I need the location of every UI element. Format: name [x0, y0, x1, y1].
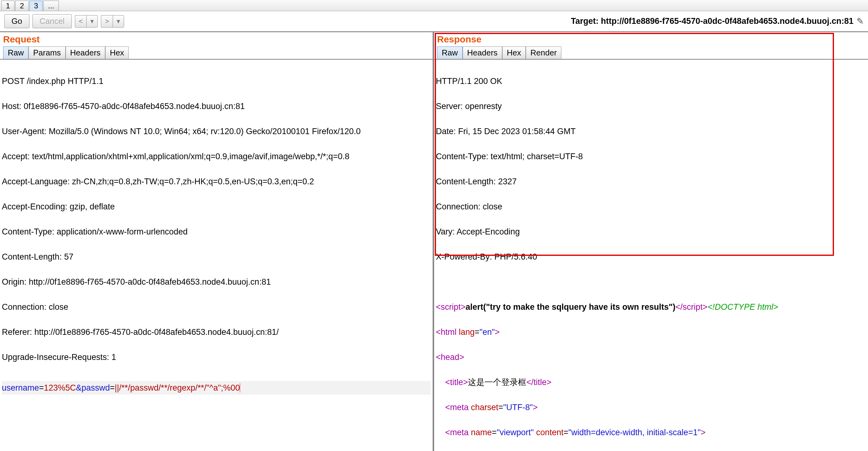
request-tab-hex[interactable]: Hex [105, 47, 129, 59]
request-tab-headers[interactable]: Headers [66, 47, 105, 59]
response-line: Date: Fri, 15 Dec 2023 01:58:44 GMT [436, 125, 866, 138]
response-html-line: <script>alert("try to make the sqlquery … [436, 301, 866, 313]
edit-target-icon[interactable]: ✎ [857, 16, 864, 26]
response-html-line: <meta charset="UTF-8"> [436, 401, 866, 414]
toolbar: Go Cancel < ▾ > ▾ Target: http://0f1e889… [0, 11, 868, 32]
response-line: Content-Type: text/html; charset=UTF-8 [436, 150, 866, 163]
nav-forward-button[interactable]: > [101, 15, 113, 28]
request-line: User-Agent: Mozilla/5.0 (Windows NT 10.0… [2, 125, 431, 138]
response-tab-raw[interactable]: Raw [437, 47, 463, 59]
request-line: Accept: text/html,application/xhtml+xml,… [2, 150, 431, 163]
request-line: Origin: http://0f1e8896-f765-4570-a0dc-0… [2, 276, 431, 288]
nav-back-dropdown[interactable]: ▾ [86, 15, 98, 28]
go-button[interactable]: Go [4, 14, 29, 28]
request-line: Content-Type: application/x-www-form-url… [2, 225, 431, 238]
request-line: Connection: close [2, 301, 431, 313]
response-pane: Response Raw Headers Hex Render HTTP/1.1… [434, 32, 868, 451]
request-editor[interactable]: POST /index.php HTTP/1.1 Host: 0f1e8896-… [0, 60, 433, 422]
history-tab-2[interactable]: 2 [15, 1, 28, 11]
request-pane: Request Raw Params Headers Hex POST /ind… [0, 32, 434, 451]
request-line: Accept-Encoding: gzip, deflate [2, 200, 431, 213]
request-line: Upgrade-Insecure-Requests: 1 [2, 351, 431, 364]
main-split: Request Raw Params Headers Hex POST /ind… [0, 32, 868, 451]
response-html-line: <html lang="en"> [436, 326, 866, 339]
response-html-line: <head> [436, 351, 866, 364]
request-tab-raw[interactable]: Raw [3, 47, 28, 59]
response-line: HTTP/1.1 200 OK [436, 75, 866, 88]
nav-forward-group: > ▾ [101, 15, 124, 28]
response-html-line: <meta name="viewport" content="width=dev… [436, 426, 866, 439]
nav-back-group: < ▾ [75, 15, 98, 28]
history-tab-3[interactable]: 3 [29, 1, 43, 11]
response-tab-hex[interactable]: Hex [502, 47, 526, 59]
request-body-line: username=123%5C&passwd=||/**/passwd/**/r… [2, 381, 431, 395]
response-html-line: <title>这是一个登录框</title> [436, 376, 866, 389]
request-line: Host: 0f1e8896-f765-4570-a0dc-0f48afeb46… [2, 100, 431, 113]
request-line: Referer: http://0f1e8896-f765-4570-a0dc-… [2, 326, 431, 339]
response-line: Vary: Accept-Encoding [436, 225, 866, 238]
response-title: Response [434, 32, 868, 47]
target-label: Target: http://0f1e8896-f765-4570-a0dc-0… [571, 17, 854, 26]
request-line: Accept-Language: zh-CN,zh;q=0.8,zh-TW;q=… [2, 175, 431, 188]
request-title: Request [0, 32, 433, 47]
response-line: Content-Length: 2327 [436, 175, 866, 188]
response-tab-headers[interactable]: Headers [463, 47, 502, 59]
target-area: Target: http://0f1e8896-f765-4570-a0dc-0… [571, 16, 864, 26]
response-sub-tabs: Raw Headers Hex Render [434, 47, 868, 60]
history-tab-more[interactable]: ... [43, 1, 59, 11]
response-line: X-Powered-By: PHP/5.6.40 [436, 251, 866, 263]
nav-forward-dropdown[interactable]: ▾ [113, 15, 124, 28]
request-sub-tabs: Raw Params Headers Hex [0, 47, 433, 60]
response-tab-render[interactable]: Render [526, 47, 561, 59]
response-viewer[interactable]: HTTP/1.1 200 OK Server: openresty Date: … [434, 60, 868, 451]
response-line: Server: openresty [436, 100, 866, 113]
response-line: Connection: close [436, 200, 866, 213]
cancel-button[interactable]: Cancel [32, 14, 72, 28]
history-tabs: 1 2 3 ... [0, 0, 868, 11]
request-line: Content-Length: 57 [2, 251, 431, 263]
history-tab-1[interactable]: 1 [1, 1, 14, 11]
nav-back-button[interactable]: < [75, 15, 87, 28]
request-line: POST /index.php HTTP/1.1 [2, 75, 431, 88]
request-tab-params[interactable]: Params [28, 47, 66, 59]
